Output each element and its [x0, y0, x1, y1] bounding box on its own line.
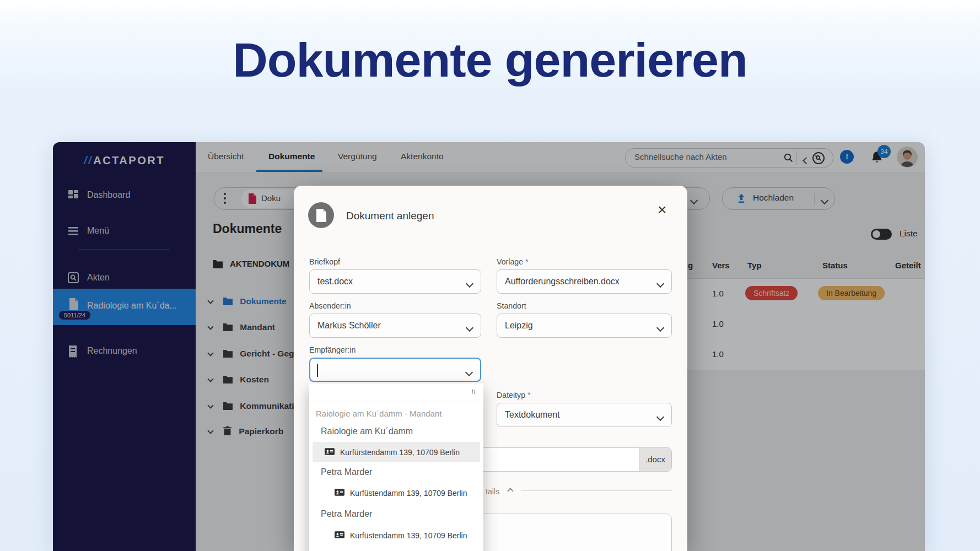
- contact-card-icon: [335, 489, 344, 496]
- dropdown-group-header: Raiologie am Ku´damm - Mandant: [316, 409, 441, 418]
- chevron-down-icon: [467, 323, 472, 333]
- page-title: Dokumente generieren: [0, 32, 980, 88]
- chevron-down-icon: [658, 412, 663, 422]
- chevron-down-icon: [658, 279, 663, 289]
- page: Dokumente generieren //ACTAPORT Dashboar…: [0, 0, 980, 551]
- vorlage-select[interactable]: Aufforderungsschreiben.docx: [497, 269, 672, 294]
- briefkopf-value: test.docx: [317, 277, 353, 287]
- sort-icon[interactable]: ↑↓: [471, 387, 475, 395]
- empfaenger-label: Empfänger:in: [309, 345, 356, 354]
- standort-value: Leipzig: [505, 321, 533, 331]
- dropdown-address-option[interactable]: Kurfüstendamm 139, 10709 Berlin: [313, 525, 480, 545]
- chevron-up-icon: [508, 486, 513, 495]
- chevron-down-icon: [658, 323, 663, 333]
- details-divider: [521, 490, 672, 491]
- vorlage-value: Aufforderungsschreiben.docx: [505, 277, 620, 287]
- absender-value: Markus Schöller: [317, 321, 381, 331]
- document-modal-icon: [308, 202, 334, 228]
- dropdown-divider: [309, 402, 483, 402]
- dateityp-select[interactable]: Textdokument: [497, 403, 672, 427]
- details-toggle-label: tails: [486, 487, 499, 496]
- address-label: Kurfürstendamm 139, 10709 Berlin: [340, 448, 460, 457]
- absender-select[interactable]: Markus Schöller: [309, 314, 481, 338]
- dropdown-address-option[interactable]: Kurfüstendamm 139, 10709 Berlin: [313, 483, 480, 503]
- caret: [317, 364, 318, 377]
- briefkopf-label: Briefkopf: [309, 257, 340, 266]
- modal-title: Dokument anlegen: [346, 210, 434, 222]
- standort-label: Standort: [497, 301, 526, 310]
- empfaenger-combobox[interactable]: [309, 358, 481, 382]
- close-icon[interactable]: ×: [658, 202, 666, 218]
- empfaenger-dropdown: ↑↓ Raiologie am Ku´damm - Mandant Raiolo…: [309, 383, 483, 551]
- contact-card-icon: [325, 448, 335, 455]
- address-label: Kurfüstendamm 139, 10709 Berlin: [350, 531, 467, 540]
- address-label: Kurfüstendamm 139, 10709 Berlin: [350, 489, 467, 498]
- standort-select[interactable]: Leipzig: [497, 314, 672, 338]
- dateityp-label: Dateityp *: [497, 391, 531, 399]
- chevron-down-icon: [466, 368, 472, 377]
- briefkopf-select[interactable]: test.docx: [309, 269, 481, 294]
- dropdown-contact-name[interactable]: Petra Marder: [321, 467, 372, 477]
- dateityp-value: Textdokument: [505, 410, 560, 420]
- vorlage-label: Vorlage *: [497, 257, 529, 266]
- dropdown-address-option[interactable]: Kurfürstendamm 139, 10709 Berlin: [313, 442, 480, 462]
- absender-label: Absender:in: [309, 301, 351, 310]
- chevron-down-icon: [467, 279, 472, 289]
- contact-card-icon: [335, 531, 344, 538]
- details-toggle[interactable]: tails: [486, 486, 513, 496]
- create-document-modal: Dokument anlegen × Briefkopf test.docx V…: [294, 186, 687, 551]
- dropdown-contact-name[interactable]: Petra Marder: [321, 509, 372, 519]
- dropdown-contact-name[interactable]: Raiologie am Ku´damm: [321, 426, 413, 436]
- filename-suffix: .docx: [639, 448, 671, 471]
